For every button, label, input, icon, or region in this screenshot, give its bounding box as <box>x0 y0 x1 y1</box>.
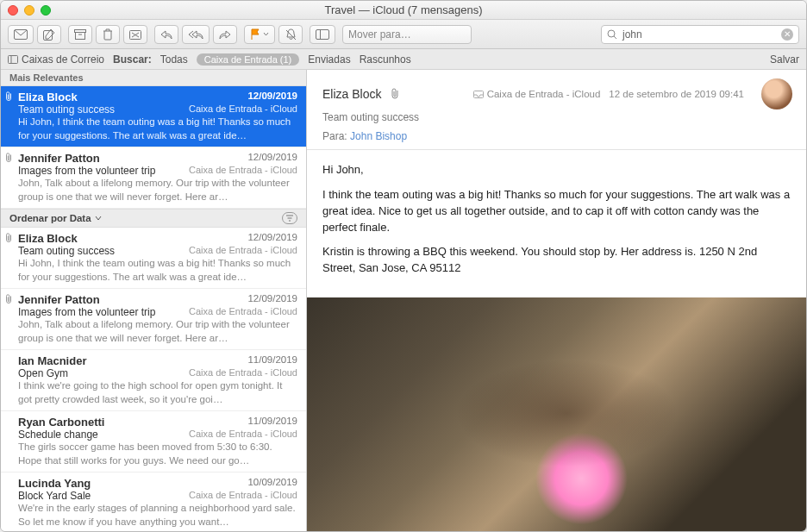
reader-image-attachment[interactable] <box>307 297 806 532</box>
message-location: Caixa de Entrada - iCloud <box>189 367 297 379</box>
sort-label: Ordenar por Data <box>9 213 91 223</box>
scope-sent[interactable]: Enviadas <box>308 53 350 66</box>
move-to-button[interactable]: Mover para… <box>342 25 472 44</box>
message-location: Caixa de Entrada - iCloud <box>189 165 297 177</box>
message-location: Caixa de Entrada - iCloud <box>189 429 297 441</box>
window-title: Travel — iCloud (7 mensagens) <box>1 3 806 16</box>
message-from: Ryan Carbonetti <box>18 416 104 429</box>
message-from: Jennifer Patton <box>18 293 100 306</box>
svg-rect-9 <box>316 29 329 39</box>
titlebar: Travel — iCloud (7 mensagens) <box>1 1 806 20</box>
message-preview: I think we're going to the high school f… <box>18 379 297 405</box>
message-preview: We're in the early stages of planning a … <box>18 502 297 528</box>
body-paragraph: I think the team outing was a big hit! T… <box>322 187 791 236</box>
mute-button[interactable] <box>278 25 303 44</box>
sort-header[interactable]: Ordenar por Data <box>1 209 306 228</box>
mailboxes-label: Caixas de Correio <box>22 53 104 66</box>
flag-icon <box>250 28 260 40</box>
main-split: Mais Relevantes Eliza Block12/09/2019Tea… <box>1 70 806 532</box>
message-row[interactable]: Ryan Carbonetti11/09/2019Schedule change… <box>1 411 306 473</box>
filter-icon <box>285 215 294 222</box>
forward-button[interactable] <box>213 25 237 44</box>
message-location: Caixa de Entrada - iCloud <box>189 103 297 116</box>
junk-button[interactable] <box>123 25 147 44</box>
filter-button[interactable] <box>282 212 297 224</box>
message-from: Jennifer Patton <box>18 152 100 165</box>
svg-rect-3 <box>76 32 85 39</box>
compose-icon <box>43 28 55 41</box>
message-reader: Eliza Block Caixa de Entrada - iCloud 12… <box>307 70 806 532</box>
scope-inbox[interactable]: Caixa de Entrada (1) <box>197 53 300 66</box>
message-row[interactable]: Jennifer Patton12/09/2019Images from the… <box>1 147 306 209</box>
reply-button[interactable] <box>154 25 178 44</box>
message-date: 11/09/2019 <box>247 354 297 367</box>
message-location: Caixa de Entrada - iCloud <box>189 245 297 257</box>
get-mail-button[interactable] <box>8 25 34 44</box>
message-from: Lucinda Yang <box>18 477 91 490</box>
clear-search-button[interactable]: ✕ <box>781 28 793 41</box>
message-subject: Team outing success <box>18 103 115 116</box>
reader-from: Eliza Block <box>322 87 381 101</box>
search-field[interactable]: john ✕ <box>601 25 799 44</box>
search-value: john <box>622 28 642 41</box>
save-search-button[interactable]: Salvar <box>770 53 799 66</box>
inbox-icon <box>473 91 484 98</box>
message-row[interactable]: Lucinda Yang10/09/2019Block Yard SaleCai… <box>1 473 306 532</box>
reply-all-button[interactable] <box>182 25 210 44</box>
message-row[interactable]: Jennifer Patton12/09/2019Images from the… <box>1 289 306 350</box>
message-preview: The girls soccer game has been moved fro… <box>18 441 297 466</box>
body-paragraph: Kristin is throwing a BBQ this weekend. … <box>322 244 791 277</box>
reader-to: Para: John Bishop <box>322 130 792 142</box>
message-location: Caixa de Entrada - iCloud <box>189 490 297 502</box>
flag-button[interactable] <box>244 25 275 44</box>
body-paragraph: Hi John, <box>322 162 791 178</box>
message-subject: Schedule change <box>18 429 98 441</box>
avatar[interactable] <box>761 78 792 110</box>
message-date: 11/09/2019 <box>247 416 297 429</box>
sidebar-toggle-button[interactable] <box>310 25 335 44</box>
sidebar-icon <box>316 29 329 40</box>
message-preview: John, Talk about a lifelong memory. Our … <box>18 177 297 203</box>
move-to-label: Mover para… <box>348 28 411 41</box>
svg-rect-13 <box>9 55 18 63</box>
message-subject: Block Yard Sale <box>18 490 91 502</box>
to-label: Para: <box>322 130 347 142</box>
relevant-header: Mais Relevantes <box>1 70 306 86</box>
message-row[interactable]: Eliza Block12/09/2019Team outing success… <box>1 228 306 289</box>
reader-subject: Team outing success <box>322 111 792 123</box>
message-date: 12/09/2019 <box>247 293 297 306</box>
message-preview: Hi John, I think the team outing was a b… <box>18 257 297 283</box>
message-from: Eliza Block <box>18 91 78 103</box>
bell-slash-icon <box>285 28 297 41</box>
reader-date: 12 de setembro de 2019 09:41 <box>609 89 744 99</box>
envelope-icon <box>14 29 28 40</box>
scope-drafts[interactable]: Rascunhos <box>360 53 411 66</box>
search-scope-label: Buscar: <box>113 53 152 66</box>
compose-button[interactable] <box>37 25 61 44</box>
delete-button[interactable] <box>96 25 120 44</box>
message-subject: Images from the volunteer trip <box>18 306 155 318</box>
message-subject: Images from the volunteer trip <box>18 165 155 177</box>
scope-all[interactable]: Todas <box>160 53 188 66</box>
junk-icon <box>129 28 141 40</box>
message-date: 10/09/2019 <box>247 477 297 490</box>
message-date: 12/09/2019 <box>247 232 297 245</box>
message-from: Ian Macnider <box>18 354 86 367</box>
archive-button[interactable] <box>68 25 92 44</box>
message-date: 12/09/2019 <box>247 152 297 165</box>
archive-icon <box>74 29 86 40</box>
attachment-icon <box>4 294 13 304</box>
svg-point-11 <box>608 30 615 37</box>
reader-body: Hi John, I think the team outing was a b… <box>307 150 806 297</box>
search-icon <box>607 29 617 40</box>
message-row[interactable]: Eliza Block12/09/2019Team outing success… <box>1 86 306 147</box>
to-name[interactable]: John Bishop <box>350 130 407 142</box>
mailboxes-icon <box>8 55 18 64</box>
message-from: Eliza Block <box>18 232 78 245</box>
reader-header: Eliza Block Caixa de Entrada - iCloud 12… <box>307 70 806 150</box>
attachment-icon <box>4 153 13 163</box>
message-preview: John, Talk about a lifelong memory. Our … <box>18 318 297 344</box>
message-row[interactable]: Ian Macnider11/09/2019Open GymCaixa de E… <box>1 350 306 411</box>
scope-bar: Caixas de Correio Buscar: Todas Caixa de… <box>1 49 806 70</box>
mailboxes-button[interactable]: Caixas de Correio <box>8 53 104 66</box>
